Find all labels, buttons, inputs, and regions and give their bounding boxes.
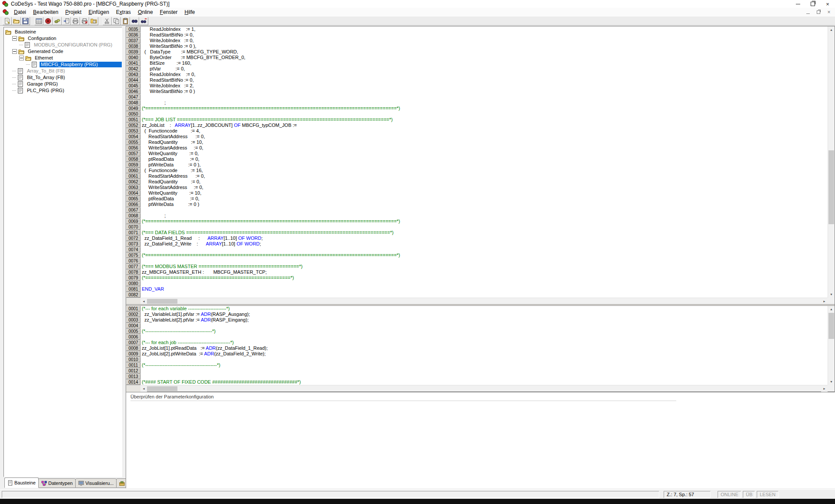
code-line-0046[interactable]: 0046 WriteStartBitNo := 0 ) (126, 89, 828, 94)
body-vertical-scrollbar[interactable]: ▲ ▼ (828, 306, 835, 385)
code-line-0064[interactable]: 0064 WriteQuantity := 10, (126, 190, 828, 196)
code-line-0051[interactable]: 0051(*=== JOB LIST =====================… (126, 117, 828, 123)
body-horizontal-scrollbar[interactable]: ◄ ► (126, 385, 828, 391)
code-line-0039[interactable]: 0039 ( DataType := MBCFG_TYPE_WORD, (126, 49, 828, 55)
menu-einfügen[interactable]: Einfügen (85, 8, 112, 16)
tree-item-bausteine[interactable]: Bausteine (4, 29, 122, 35)
tree-collapse-icon[interactable] (12, 36, 17, 41)
scroll-right-icon[interactable]: ► (821, 385, 828, 392)
code-line-0074[interactable]: 0074 (126, 247, 828, 252)
menu-bearbeiten[interactable]: Bearbeiten (30, 8, 62, 16)
code-line-0059[interactable]: 0059 ptWriteData := 0 ), (126, 162, 828, 168)
code-line-0068[interactable]: 0068 ; (126, 213, 828, 219)
scroll-left-icon[interactable]: ◄ (140, 298, 147, 305)
code-line-0071[interactable]: 0071(*=== DATA FIELDS ==================… (126, 230, 828, 235)
menu-hilfe[interactable]: Hilfe (181, 8, 198, 16)
declaration-pane[interactable]: 0035 ReadJobIndex := 1,0036 ReadStartBit… (126, 27, 828, 298)
tree-collapse-icon[interactable] (12, 49, 17, 54)
code-line-0005[interactable]: 0005(*----------------------------------… (126, 328, 828, 334)
code-line-0014[interactable]: 0014(*#### START OF FIXED CODE #########… (126, 379, 828, 385)
page-arrow-button[interactable] (62, 17, 71, 25)
code-line-0045[interactable]: 0045 WriteJobIndex := 2, (126, 83, 828, 89)
open-file-button[interactable] (12, 17, 21, 25)
code-line-0078[interactable]: 0078zz_MBCFG_MASTER_ETH : MBCFG_MASTER_T… (126, 269, 828, 275)
code-line-0070[interactable]: 0070 (126, 224, 828, 230)
code-line-0001[interactable]: 0001(*--- for each variable ------------… (126, 306, 828, 312)
code-line-0007[interactable]: 0007(*--- for each job -----------------… (126, 340, 828, 345)
find-next-button[interactable] (139, 17, 148, 25)
minimize-button[interactable] (791, 0, 805, 8)
code-line-0041[interactable]: 0041 BitSize := 160, (126, 60, 828, 66)
code-line-0009[interactable]: 0009zz_JobList[2].ptWriteData := ADR(zz_… (126, 351, 828, 357)
save-button[interactable] (21, 17, 30, 25)
menu-fenster[interactable]: Fenster (157, 8, 181, 16)
tree-item-ethernet[interactable]: Ethernet (4, 55, 122, 61)
code-line-0048[interactable]: 0048 ; (126, 100, 828, 106)
code-line-0053[interactable]: 0053 ( Functioncode := 4, (126, 128, 828, 134)
code-line-0065[interactable]: 0065 ptReadData := 0, (126, 196, 828, 202)
horizontal-scroll-thumb[interactable] (147, 386, 177, 391)
code-line-0050[interactable]: 0050 (126, 111, 828, 117)
scroll-right-icon[interactable]: ► (821, 298, 828, 305)
code-line-0036[interactable]: 0036 ReadStartBitNo := 0, (126, 32, 828, 38)
declaration-vertical-scrollbar[interactable]: ▲ ▼ (828, 27, 835, 298)
menu-datei[interactable]: Datei (10, 8, 30, 16)
stop-sign-button[interactable] (43, 17, 53, 25)
code-line-0063[interactable]: 0063 WriteStartAddress := 0, (126, 185, 828, 190)
scroll-left-icon[interactable]: ◄ (140, 385, 147, 392)
code-line-0080[interactable]: 0080 (126, 281, 828, 286)
declaration-horizontal-scrollbar[interactable]: ◄ ► (126, 298, 828, 304)
code-line-0040[interactable]: 0040 ByteOrder := MBCFG_BYTE_ORDER_0, (126, 55, 828, 60)
code-line-0066[interactable]: 0066 ptWriteData := 0 ) (126, 202, 828, 207)
code-line-0044[interactable]: 0044 ReadStartBitNo := 0, (126, 77, 828, 83)
mdi-restore-button[interactable] (815, 9, 822, 15)
code-line-0004[interactable]: 0004 (126, 323, 828, 328)
code-line-0069[interactable]: 0069(*==================================… (126, 219, 828, 224)
tree-item-plc-prg-prg[interactable]: PLC_PRG (PRG) (4, 87, 122, 94)
horizontal-scroll-thumb[interactable] (147, 299, 177, 304)
code-line-0035[interactable]: 0035 ReadJobIndex := 1, (126, 27, 828, 32)
close-button[interactable]: × (820, 0, 835, 8)
code-line-0081[interactable]: 0081END_VAR (126, 286, 828, 292)
organizer-tab-visualisieru[interactable]: Visualisieru... (75, 478, 117, 488)
body-pane[interactable]: 0001(*--- for each variable ------------… (126, 306, 828, 385)
tree-item-array-to-bit-fb[interactable]: Array_To_Bit (FB) (4, 68, 122, 74)
code-line-0057[interactable]: 0057 WriteQuantity := 0, (126, 151, 828, 156)
tree-collapse-icon[interactable] (19, 56, 24, 60)
code-line-0073[interactable]: 0073 zz_DataField_2_Write : ARRAY[1..10]… (126, 241, 828, 247)
code-line-0038[interactable]: 0038 WriteStartBitNo := 0 ), (126, 43, 828, 49)
tree-item-mbcfg-raspberry-prg[interactable]: MBCFG_Raspberry (PRG) (4, 61, 122, 68)
menu-projekt[interactable]: Projekt (62, 8, 85, 16)
code-line-0042[interactable]: 0042 ptVar := 0, (126, 66, 828, 72)
tree-item-garage-prg[interactable]: Garage (PRG) (4, 81, 122, 87)
tree-item-bit-to-array-fb[interactable]: Bit_To_Array (FB) (4, 74, 122, 81)
cut-button[interactable] (103, 17, 112, 25)
scroll-up-icon[interactable]: ▲ (828, 27, 835, 33)
code-line-0013[interactable]: 0013 (126, 374, 828, 379)
code-line-0012[interactable]: 0012 (126, 368, 828, 374)
window-grid-button[interactable] (34, 17, 43, 25)
menu-extras[interactable]: Extras (113, 8, 134, 16)
code-line-0077[interactable]: 0077(*=== MODBUS MASTER ================… (126, 264, 828, 269)
mdi-close-button[interactable]: × (825, 9, 832, 15)
green-objects-button[interactable] (53, 17, 62, 25)
folder-documents-button[interactable] (89, 17, 98, 25)
code-line-0047[interactable]: 0047 (126, 94, 828, 100)
scroll-down-icon[interactable]: ▼ (828, 291, 835, 298)
organizer-tab-datentypen[interactable]: Datentypen (38, 478, 76, 488)
code-line-0002[interactable]: 0002 zz_VariableList[1].ptVar := ADR(RAS… (126, 312, 828, 317)
code-line-0056[interactable]: 0056 WriteStartAddress := 0, (126, 145, 828, 151)
code-line-0061[interactable]: 0061 ReadStartAddress := 0, (126, 173, 828, 179)
scroll-up-icon[interactable]: ▲ (828, 306, 835, 312)
code-line-0067[interactable]: 0067 (126, 207, 828, 213)
code-line-0037[interactable]: 0037 WriteJobIndex := 0, (126, 38, 828, 43)
printer-delete-button[interactable] (80, 17, 89, 25)
code-line-0049[interactable]: 0049(*==================================… (126, 106, 828, 111)
mdi-minimize-button[interactable] (805, 9, 812, 15)
vertical-scroll-thumb[interactable] (828, 313, 834, 339)
code-line-0058[interactable]: 0058 ptReadData := 0, (126, 156, 828, 162)
tree-item-generated-code[interactable]: Generated Code (4, 48, 122, 55)
code-line-0055[interactable]: 0055 ReadQuantity := 10, (126, 139, 828, 145)
restore-button[interactable] (805, 0, 820, 8)
code-line-0079[interactable]: 0079(*==================================… (126, 275, 828, 281)
